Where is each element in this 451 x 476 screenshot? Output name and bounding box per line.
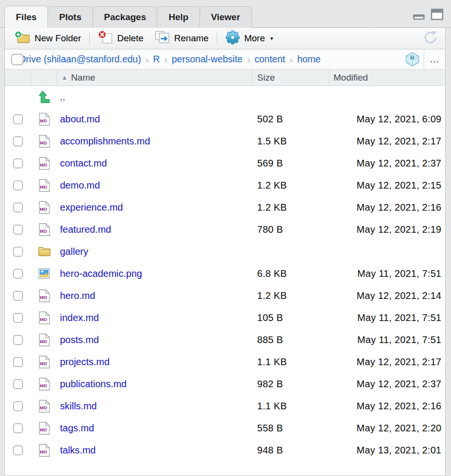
file-name-link[interactable]: experience.md — [60, 202, 123, 213]
file-checkbox[interactable] — [13, 136, 23, 146]
svg-text:MD: MD — [40, 316, 47, 321]
new-folder-label: New Folder — [35, 33, 81, 44]
folder-icon — [31, 246, 57, 257]
file-modified: May 12, 2021, 2:16 — [329, 401, 445, 412]
file-checkbox[interactable] — [13, 202, 23, 213]
file-row: .. — [5, 86, 445, 108]
header-size-column[interactable]: Size — [252, 70, 329, 85]
more-button[interactable]: More ▾ — [220, 28, 279, 49]
file-size: 569 B — [252, 158, 329, 169]
file-name-link[interactable]: projects.md — [60, 357, 109, 367]
file-name-link[interactable]: tags.md — [60, 423, 94, 433]
markdown-file-icon: MD — [31, 311, 57, 324]
header-modified-column[interactable]: Modified — [329, 70, 445, 85]
tab-help[interactable]: Help — [157, 6, 200, 28]
file-size: 502 B — [252, 114, 329, 125]
file-name-link[interactable]: hero-academic.png — [60, 268, 142, 279]
breadcrumb-item[interactable]: Drive (shilaan@stanford.edu) — [19, 54, 141, 65]
more-label: More — [244, 33, 265, 44]
file-name-link[interactable]: about.md — [60, 114, 100, 124]
file-size: 105 B — [252, 312, 329, 323]
file-name-link[interactable]: gallery — [60, 246, 88, 257]
tab-strip: FilesPlotsPackagesHelpViewer — [0, 0, 451, 28]
file-name-link[interactable]: featured.md — [60, 224, 111, 235]
file-name-link[interactable]: skills.md — [60, 401, 97, 411]
path-breadcrumb-bar: Drive (shilaan@stanford.edu)›R›personal-… — [5, 49, 445, 70]
markdown-file-icon: MD — [31, 201, 57, 214]
breadcrumb-item[interactable]: personal-website — [172, 54, 242, 65]
file-modified: May 12, 2021, 6:09 — [329, 114, 445, 125]
file-checkbox[interactable] — [13, 379, 23, 389]
svg-text:MD: MD — [40, 405, 47, 410]
minimize-pane-button[interactable] — [413, 10, 425, 20]
file-checkbox[interactable] — [13, 445, 23, 455]
file-size: 1.1 KB — [252, 357, 329, 368]
file-checkbox[interactable] — [13, 180, 23, 190]
file-checkbox[interactable] — [13, 357, 23, 367]
file-modified: May 11, 2021, 7:51 — [329, 312, 445, 323]
new-folder-button[interactable]: New Folder — [9, 28, 87, 49]
file-row: MD hero.md 1.2 KB May 12, 2021, 2:14 — [5, 285, 445, 307]
maximize-pane-button[interactable] — [431, 9, 443, 20]
file-modified: May 11, 2021, 7:51 — [329, 334, 445, 345]
svg-text:MD: MD — [40, 449, 47, 454]
delete-label: Delete — [117, 33, 143, 44]
tab-viewer[interactable]: Viewer — [200, 6, 252, 28]
svg-text:MD: MD — [40, 184, 47, 189]
file-name-link[interactable]: accomplishments.md — [60, 136, 150, 146]
svg-text:R: R — [410, 54, 415, 61]
file-checkbox[interactable] — [13, 158, 23, 168]
file-name-link[interactable]: demo.md — [60, 180, 100, 190]
delete-button[interactable]: Delete — [92, 28, 149, 49]
svg-text:MD: MD — [40, 294, 47, 299]
file-checkbox[interactable] — [13, 225, 23, 235]
file-row: MD publications.md 982 B May 12, 2021, 2… — [5, 373, 445, 395]
file-row: MD accomplishments.md 1.5 KB May 12, 202… — [5, 130, 445, 152]
markdown-file-icon: MD — [31, 378, 57, 391]
tab-files[interactable]: Files — [4, 6, 48, 28]
file-row: MD skills.md 1.1 KB May 12, 2021, 2:16 — [5, 395, 445, 417]
file-modified: May 13, 2021, 2:01 — [329, 445, 445, 456]
file-modified: May 12, 2021, 2:16 — [329, 202, 445, 213]
breadcrumb-items: Drive (shilaan@stanford.edu)›R›personal-… — [19, 54, 320, 65]
rename-button[interactable]: Rename — [149, 28, 214, 49]
markdown-file-icon: MD — [31, 113, 57, 126]
tab-label: Viewer — [211, 12, 240, 23]
markdown-file-icon: MD — [31, 422, 57, 435]
header-name-column[interactable]: ▲ Name — [57, 70, 252, 85]
drive-root-icon[interactable] — [11, 54, 24, 65]
file-checkbox[interactable] — [13, 269, 23, 279]
svg-text:MD: MD — [40, 427, 47, 432]
file-name-link[interactable]: hero.md — [60, 290, 95, 301]
breadcrumb-separator: › — [145, 54, 149, 65]
file-row: MD contact.md 569 B May 12, 2021, 2:37 — [5, 152, 445, 174]
file-modified: May 12, 2021, 2:17 — [329, 136, 445, 147]
tab-plots[interactable]: Plots — [47, 6, 93, 28]
up-directory-icon — [31, 91, 57, 103]
file-checkbox[interactable] — [13, 247, 23, 257]
markdown-file-icon: MD — [31, 157, 57, 170]
file-checkbox[interactable] — [13, 313, 23, 323]
file-checkbox[interactable] — [13, 291, 23, 301]
breadcrumb-item[interactable]: R — [153, 54, 160, 65]
file-modified: May 12, 2021, 2:17 — [329, 357, 445, 368]
breadcrumb-overflow-button[interactable]: … — [424, 49, 445, 69]
file-name-link[interactable]: .. — [60, 92, 65, 102]
file-checkbox[interactable] — [13, 423, 23, 433]
file-name-link[interactable]: index.md — [60, 312, 99, 323]
file-row: gallery — [5, 240, 445, 262]
tab-packages[interactable]: Packages — [93, 6, 158, 28]
header-size-label: Size — [257, 72, 275, 83]
breadcrumb-item[interactable]: content — [254, 54, 285, 65]
file-checkbox[interactable] — [13, 335, 23, 345]
breadcrumb-item[interactable]: home — [297, 54, 320, 65]
file-name-link[interactable]: posts.md — [60, 334, 99, 345]
refresh-button[interactable] — [419, 30, 440, 47]
file-name-link[interactable]: publications.md — [60, 379, 127, 389]
file-checkbox[interactable] — [13, 114, 23, 124]
file-checkbox[interactable] — [13, 401, 23, 411]
file-name-link[interactable]: contact.md — [60, 158, 107, 168]
files-pane: New Folder Delete Rename More — [4, 28, 446, 476]
file-name-link[interactable]: talks.md — [60, 445, 95, 455]
file-size: 558 B — [252, 423, 329, 434]
